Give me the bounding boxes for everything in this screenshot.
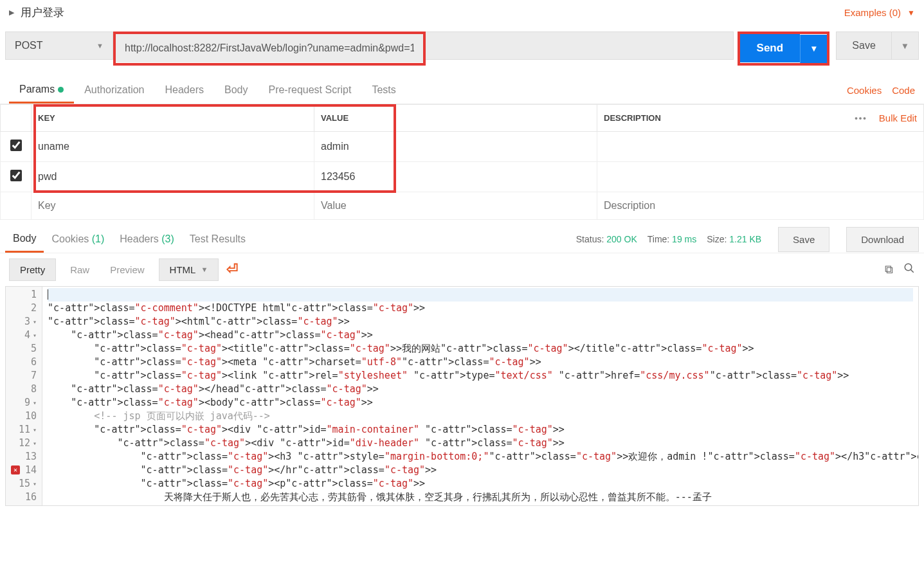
svg-line-1 (910, 269, 914, 273)
pretty-button[interactable]: Pretty (9, 258, 56, 281)
tab-body[interactable]: Body (214, 78, 258, 102)
format-select[interactable]: HTML ▼ (159, 258, 219, 281)
param-checkbox[interactable] (10, 170, 22, 181)
response-code: 1 2 3 ▾ 4 ▾ 5 6 7 8 9 ▾ 10 11 ▾ 12 ▾ 13 … (5, 286, 919, 506)
columns-options-icon[interactable]: ••• (855, 113, 867, 123)
tab-params[interactable]: Params (9, 77, 74, 104)
value-header: VALUE (314, 104, 597, 131)
key-header: KEY (32, 104, 314, 131)
request-bar: POST ▼ Send▼ Save▼ (0, 25, 924, 75)
param-row: uname admin (1, 131, 924, 161)
param-row: pwd 123456 (1, 161, 924, 192)
method-label: POST (15, 40, 43, 51)
examples-link[interactable]: Examples (0) (844, 7, 901, 18)
resp-tab-cookies[interactable]: Cookies (1) (44, 227, 112, 251)
request-tabs: Params Authorization Headers Body Pre-re… (0, 75, 924, 104)
bulk-edit-link[interactable]: Bulk Edit (879, 113, 917, 123)
url-bar-remainder[interactable] (426, 32, 734, 60)
resp-tab-headers[interactable]: Headers (3) (112, 227, 182, 251)
send-caret-button[interactable]: ▼ (800, 35, 827, 63)
error-icon: ✕ (11, 465, 20, 474)
param-checkbox[interactable] (10, 140, 22, 151)
examples-caret-icon[interactable]: ▼ (907, 8, 915, 17)
svg-point-0 (905, 264, 912, 271)
tab-tests[interactable]: Tests (361, 78, 406, 102)
params-active-dot-icon (58, 87, 64, 93)
send-button[interactable]: Send (740, 34, 801, 62)
preview-button[interactable]: Preview (104, 260, 150, 279)
line-gutter: 1 2 3 ▾ 4 ▾ 5 6 7 8 9 ▾ 10 11 ▾ 12 ▾ 13 … (6, 287, 42, 505)
param-description[interactable] (597, 131, 924, 161)
tab-headers[interactable]: Headers (155, 78, 214, 102)
param-placeholder-row (1, 192, 924, 219)
param-value[interactable]: 123456 (314, 161, 597, 192)
raw-button[interactable]: Raw (64, 260, 96, 279)
check-header (1, 104, 32, 131)
params-table: KEY VALUE DESCRIPTION ••• Bulk Edit unam… (0, 104, 924, 220)
params-table-wrap: KEY VALUE DESCRIPTION ••• Bulk Edit unam… (0, 104, 924, 220)
save-response-button[interactable]: Save (778, 227, 829, 252)
collapse-icon[interactable]: ▶ (9, 8, 14, 17)
wrap-lines-icon[interactable]: ⏎ (226, 261, 238, 278)
request-name: 用户登录 (21, 5, 64, 20)
key-placeholder-input[interactable] (38, 200, 307, 212)
request-header: ▶ 用户登录 Examples (0) ▼ (0, 0, 924, 25)
body-toolbar: Pretty Raw Preview HTML ▼ ⏎ ⧉ (0, 253, 924, 286)
param-key[interactable]: pwd (32, 161, 314, 192)
response-tabs: Body Cookies (1) Headers (3) Test Result… (0, 220, 924, 253)
param-value[interactable]: admin (314, 131, 597, 161)
response-meta: Status: 200 OK Time: 19 ms Size: 1.21 KB… (576, 227, 919, 252)
resp-tab-testresults[interactable]: Test Results (182, 227, 253, 251)
param-description[interactable] (597, 161, 924, 192)
download-response-button[interactable]: Download (846, 227, 919, 252)
value-placeholder-input[interactable] (321, 200, 590, 212)
tab-prerequest[interactable]: Pre-request Script (258, 78, 361, 102)
tab-authorization[interactable]: Authorization (74, 78, 154, 102)
description-placeholder-input[interactable] (604, 200, 917, 212)
description-header: DESCRIPTION ••• Bulk Edit (597, 104, 924, 131)
save-caret-button[interactable]: ▼ (892, 32, 919, 60)
code-body[interactable]: "c-attr">class="c-comment"><!DOCTYPE htm… (42, 287, 918, 505)
copy-icon[interactable]: ⧉ (885, 263, 893, 276)
code-link[interactable]: Code (892, 85, 915, 96)
cookies-link[interactable]: Cookies (847, 85, 882, 96)
url-input[interactable] (116, 34, 423, 62)
param-key[interactable]: uname (32, 131, 314, 161)
resp-tab-body[interactable]: Body (5, 226, 44, 253)
method-select[interactable]: POST ▼ (5, 32, 113, 60)
caret-down-icon: ▼ (201, 266, 208, 273)
save-button[interactable]: Save (836, 32, 891, 60)
caret-down-icon: ▼ (96, 42, 104, 50)
search-icon[interactable] (903, 262, 915, 277)
